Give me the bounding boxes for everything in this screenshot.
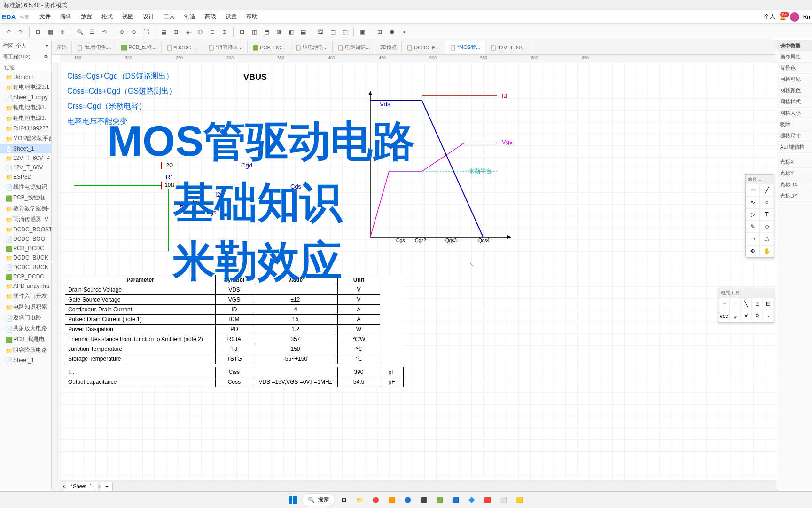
document-tab[interactable]: 开始 (52, 41, 72, 53)
junction-icon[interactable]: ⊡ (752, 298, 763, 310)
document-tab[interactable]: 🟩PCB_DC... (248, 42, 290, 53)
menu-view[interactable]: 视图 (117, 11, 138, 23)
tree-item[interactable]: 📁锂电池电源3. (0, 113, 51, 124)
tree-item[interactable]: 📁锂电池电源3.1 (0, 82, 51, 93)
share-icon[interactable]: ⚬ (398, 26, 410, 38)
tree-item[interactable]: 📁教育教学案例- (0, 203, 51, 214)
chevron-down-icon[interactable]: ▾ (46, 43, 48, 49)
tool-btn[interactable]: ⬚ (339, 26, 351, 38)
bus-tool-icon[interactable]: ⟋ (730, 298, 741, 310)
tree-item[interactable]: 📄Sheet_1 (0, 356, 51, 365)
tool-btn[interactable]: ⊞ (170, 26, 181, 38)
app-icon[interactable]: 🟥 (481, 493, 495, 507)
zoom-fit-icon[interactable]: ⛶ (141, 26, 152, 38)
document-tab[interactable]: 📋*线性电源... (72, 41, 116, 53)
sheet-nav-next[interactable]: › (98, 483, 100, 490)
hand-tool-icon[interactable]: ✋ (760, 245, 774, 257)
tree-item[interactable]: 📄逻辑门电路 (0, 312, 51, 323)
property-item[interactable]: 背景色 (777, 63, 812, 74)
tool-btn[interactable]: ⬓ (297, 26, 309, 38)
search-icon[interactable]: 🔍 (74, 26, 86, 38)
tree-item[interactable]: 📄Sheet_1 copy (0, 93, 51, 102)
menu-tools[interactable]: 工具 (159, 11, 180, 23)
curve-tool-icon[interactable]: ∿ (746, 196, 760, 208)
property-item[interactable]: 网格可见 (777, 74, 812, 85)
property-item[interactable]: ALT键辅格 (777, 142, 812, 153)
gnd-icon[interactable]: ⏚ (730, 310, 741, 322)
text-tool-icon[interactable]: T (760, 208, 774, 221)
sheet-tab[interactable]: *Sheet_1 (66, 482, 97, 491)
filter-input[interactable] (2, 63, 49, 71)
poly-tool-icon[interactable]: ⬠ (760, 233, 774, 245)
pencil-tool-icon[interactable]: ✎ (746, 221, 760, 233)
tree-item[interactable]: 📁ESP32 (0, 172, 51, 182)
tree-item[interactable]: 📄DCDC_BUCK (0, 262, 51, 272)
explorer-icon[interactable]: 📁 (353, 493, 367, 507)
app-icon[interactable]: ⬛ (417, 493, 431, 507)
port-icon[interactable]: ⊟ (763, 298, 774, 310)
tree-item[interactable]: 🟩PCB_DCDC (0, 272, 51, 281)
document-tab[interactable]: 📋电路知识... (333, 41, 375, 53)
line-tool-icon[interactable]: ╱ (760, 184, 774, 196)
tree-item[interactable]: 📄共射放大电路 (0, 323, 51, 334)
tool-btn[interactable]: ▦ (45, 26, 56, 38)
zoom-in-icon[interactable]: ⊕ (116, 26, 127, 38)
tree-item[interactable]: 📁MOS管米勒平台 (0, 133, 51, 144)
app-icon[interactable]: 🟩 (433, 493, 447, 507)
menu-advanced[interactable]: 高级 (200, 11, 221, 23)
tool-btn[interactable]: ⊕ (57, 26, 68, 38)
tool-btn[interactable]: ◫ (327, 26, 338, 38)
property-item[interactable]: 网格颜色 (777, 85, 812, 96)
shape-tool-icon[interactable]: ◇ (760, 221, 774, 233)
app-icon[interactable]: 🔴 (369, 493, 383, 507)
menu-edit[interactable]: 编辑 (55, 11, 76, 23)
undo-button[interactable]: ↶ (3, 26, 14, 38)
tree-item[interactable]: 📁DCDC_BOOST (0, 225, 51, 234)
add-sheet-button[interactable]: + (101, 482, 112, 491)
tool-btn[interactable]: ⬓ (158, 26, 169, 38)
menu-design[interactable]: 设计 (138, 11, 159, 23)
zoom-out-icon[interactable]: ⊖ (128, 26, 140, 38)
redo-button[interactable]: ↷ (15, 26, 26, 38)
tree-item[interactable]: 📁12V_T_60V_P (0, 153, 51, 163)
tool-btn[interactable]: ⊞ (219, 26, 230, 38)
tool-btn[interactable]: ⊞ (374, 26, 385, 38)
document-tab[interactable]: 🟩PCB_线性... (116, 41, 162, 53)
tree-item[interactable]: 📁硬件入门开发 (0, 291, 51, 302)
filter-icon[interactable]: ⚙ (44, 54, 48, 60)
net-tool-icon[interactable]: ╲ (741, 298, 752, 310)
tool-btn[interactable]: ☰ (86, 26, 98, 38)
tree-item[interactable]: 📄12V_T_60V (0, 163, 51, 172)
app-icon[interactable]: 🟦 (449, 493, 463, 507)
app-icon[interactable]: ⬜ (497, 493, 511, 507)
task-view-icon[interactable]: ⊞ (337, 493, 351, 507)
schematic-canvas[interactable]: Ciss=Cgs+Cgd（DS短路测出） Coss=Cds+Cgd（GS短路测出… (60, 63, 777, 492)
document-tab[interactable]: 📋DCDC_B... (402, 42, 445, 53)
tool-btn[interactable]: ⊟ (207, 26, 218, 38)
tool-btn[interactable]: ⊠ (273, 26, 284, 38)
probe-icon[interactable]: ⚲ (752, 310, 763, 322)
tree-item[interactable]: 📁Udrobot (0, 72, 51, 82)
tool-btn[interactable]: ⊡ (236, 26, 248, 38)
tool-btn[interactable]: ⬒ (261, 26, 272, 38)
wire-tool-icon[interactable]: ⌐ (718, 298, 730, 310)
property-item[interactable]: 吸附 (777, 119, 812, 130)
image-icon[interactable]: 🖼 (315, 26, 326, 38)
tool-btn[interactable]: ⬡ (195, 26, 206, 38)
document-tab[interactable]: 📋*阻容降压... (203, 41, 248, 53)
tree-item[interactable]: 📄DCDC_BOO (0, 234, 51, 244)
tool-btn[interactable]: ▣ (357, 26, 368, 38)
app-icon[interactable]: 🟨 (513, 493, 527, 507)
tree-item[interactable]: 📁阻容降压电路 (0, 345, 51, 356)
electrical-palette[interactable]: 电气工具 ⌐ ⟋ ╲ ⊡ ⊟ vcc ⏚ ✕ ⚲ · (718, 288, 774, 323)
menu-place[interactable]: 放置 (76, 11, 97, 23)
arc-tool-icon[interactable]: ⊃ (746, 233, 760, 245)
property-item[interactable]: 画布属性 (777, 51, 812, 63)
vcc-icon[interactable]: vcc (718, 310, 730, 322)
menu-file[interactable]: 文件 (35, 11, 55, 23)
tree-item[interactable]: 📁APD-array-ma (0, 281, 51, 291)
circle-tool-icon[interactable]: ○ (760, 196, 774, 208)
tree-item[interactable]: 📁锂电池电源3. (0, 102, 51, 113)
menu-format[interactable]: 格式 (97, 11, 117, 23)
notification-icon[interactable]: 🔔9+ (779, 14, 786, 20)
